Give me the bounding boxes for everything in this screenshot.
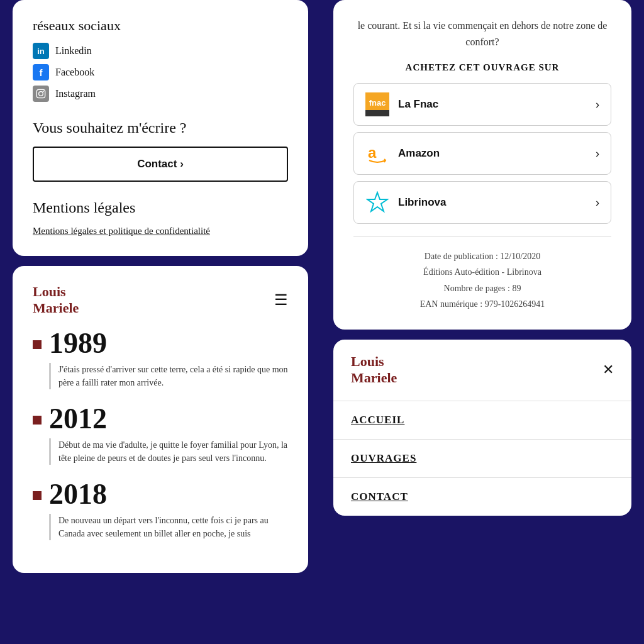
menu-item-accueil[interactable]: ACCUEIL: [333, 401, 631, 440]
timeline-content-1989: 1989 J'étais pressé d'arriver sur cette …: [49, 329, 288, 389]
hamburger-button[interactable]: ☰: [274, 291, 288, 309]
close-menu-button[interactable]: ✕: [602, 362, 614, 378]
facebook-label: Facebook: [55, 67, 94, 78]
book-card: le courant. Et si la vie commençait en d…: [333, 0, 631, 330]
menu-item-contact[interactable]: CONTACT: [333, 478, 631, 516]
timeline-text-1989: J'étais pressé d'arriver sur cette terre…: [49, 363, 288, 389]
write-section: Vous souhaitez m'écrire ? Contact ›: [33, 119, 288, 182]
svg-text:a: a: [368, 144, 377, 161]
fnac-logo: fnac: [365, 92, 389, 116]
librinova-name: Librinova: [398, 196, 447, 209]
librinova-left: Librinova: [365, 191, 447, 214]
instagram-label: Instagram: [55, 88, 96, 99]
amazon-button[interactable]: a Amazon ›: [353, 132, 611, 175]
librinova-button[interactable]: Librinova ›: [353, 181, 611, 224]
timeline-marker-2: [33, 404, 42, 465]
mentions-section: Mentions légales Mentions légales et pol…: [33, 199, 288, 238]
svg-marker-4: [367, 192, 387, 211]
timeline-item-2012: 2012 Début de ma vie d'adulte, je quitte…: [33, 404, 288, 465]
pages: Nombre de pages : 89: [353, 280, 611, 296]
svg-rect-0: [36, 89, 45, 97]
facebook-item[interactable]: f Facebook: [33, 64, 288, 80]
timeline-item-2018: 2018 De nouveau un départ vers l'inconnu…: [33, 480, 288, 540]
mentions-title: Mentions légales: [33, 199, 288, 216]
fnac-name: La Fnac: [398, 98, 438, 111]
librinova-chevron: ›: [596, 196, 599, 209]
amazon-name: Amazon: [398, 147, 440, 160]
timeline-square: [33, 340, 42, 349]
timeline-content-2018: 2018 De nouveau un départ vers l'inconnu…: [49, 480, 288, 540]
timeline-card: Louis Mariele ☰ 1989 J'étais pressé d'ar…: [13, 266, 308, 574]
contact-button[interactable]: Contact ›: [33, 147, 288, 182]
buy-section: ACHETEZ CET OUVRAGE SUR fnac La Fnac › a: [353, 62, 611, 224]
instagram-item[interactable]: Instagram: [33, 86, 288, 102]
fnac-left: fnac La Fnac: [365, 92, 438, 116]
timeline-year-2012: 2012: [49, 404, 288, 433]
timeline-content-2012: 2012 Début de ma vie d'adulte, je quitte…: [49, 404, 288, 465]
publish-date: Date de publication : 12/10/2020: [353, 248, 611, 264]
svg-point-1: [39, 92, 43, 96]
menu-brand-logo: Louis Mariele: [351, 353, 397, 387]
write-title: Vous souhaitez m'écrire ?: [33, 119, 288, 136]
timeline-square-2: [33, 416, 42, 425]
mobile-menu-card: Louis Mariele ✕ ACCUEIL OUVRAGES CONTACT: [333, 340, 631, 516]
linkedin-label: Linkedin: [55, 45, 92, 57]
nav-bar: Louis Mariele ☰: [33, 284, 288, 317]
linkedin-item[interactable]: in Linkedin: [33, 43, 288, 59]
amazon-logo: a: [365, 142, 389, 165]
timeline: 1989 J'étais pressé d'arriver sur cette …: [33, 329, 288, 540]
instagram-icon: [33, 86, 49, 102]
book-meta: Date de publication : 12/10/2020 Édition…: [353, 236, 611, 312]
amazon-chevron: ›: [596, 147, 599, 160]
social-contact-card: réseaux sociaux in Linkedin f Facebook: [13, 0, 308, 256]
timeline-year-1989: 1989: [49, 329, 288, 358]
timeline-year-2018: 2018: [49, 480, 288, 509]
menu-item-ouvrages[interactable]: OUVRAGES: [333, 440, 631, 478]
fnac-button[interactable]: fnac La Fnac ›: [353, 83, 611, 126]
social-title: réseaux sociaux: [33, 18, 288, 34]
menu-header: Louis Mariele ✕: [333, 340, 631, 401]
svg-point-2: [43, 91, 44, 92]
timeline-text-2012: Début de ma vie d'adulte, je quitte le f…: [49, 438, 288, 465]
librinova-logo: [365, 191, 389, 214]
timeline-text-2018: De nouveau un départ vers l'inconnu, cet…: [49, 514, 288, 540]
social-section: réseaux sociaux in Linkedin f Facebook: [33, 18, 288, 102]
edition: Éditions Auto-édition - Librinova: [353, 264, 611, 280]
brand-logo-left: Louis Mariele: [33, 284, 79, 317]
buy-title: ACHETEZ CET OUVRAGE SUR: [353, 62, 611, 73]
linkedin-icon: in: [33, 43, 49, 59]
book-intro: le courant. Et si la vie commençait en d…: [353, 18, 611, 50]
social-list: in Linkedin f Facebook Instagra: [33, 43, 288, 102]
amazon-left: a Amazon: [365, 142, 440, 165]
facebook-icon: f: [33, 64, 49, 80]
timeline-item-1989: 1989 J'étais pressé d'arriver sur cette …: [33, 329, 288, 389]
timeline-marker-3: [33, 480, 42, 540]
fnac-chevron: ›: [596, 98, 599, 111]
timeline-marker: [33, 329, 42, 389]
mentions-link[interactable]: Mentions légales et politique de confide…: [33, 226, 210, 236]
timeline-square-3: [33, 491, 42, 500]
ean: EAN numérique : 979-1026264941: [353, 296, 611, 312]
